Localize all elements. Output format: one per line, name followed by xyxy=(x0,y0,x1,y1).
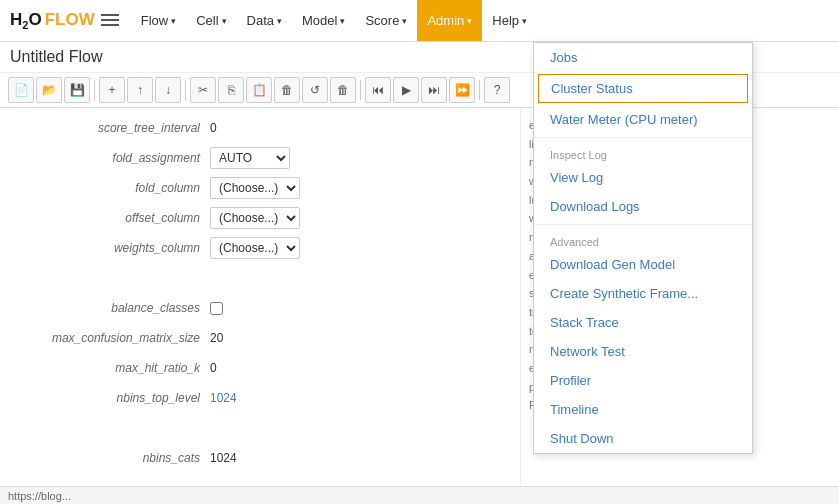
page-title: Untitled Flow xyxy=(10,48,102,65)
row-max-hit-ratio: max_hit_ratio_k 0 xyxy=(10,356,510,380)
brand-h2: H2O xyxy=(10,10,42,31)
select-fold-column[interactable]: (Choose...) xyxy=(210,177,300,199)
form-panel: score_tree_interval 0 fold_assignment AU… xyxy=(0,108,520,502)
section-advanced: Advanced xyxy=(534,228,752,250)
nav-admin-caret: ▾ xyxy=(467,16,472,26)
nav-score-caret: ▾ xyxy=(402,16,407,26)
divider1 xyxy=(534,137,752,138)
run-button[interactable]: ▶ xyxy=(393,77,419,103)
dropdown-create-synthetic-frame[interactable]: Create Synthetic Frame... xyxy=(534,279,752,308)
select-fold-assignment[interactable]: AUTO xyxy=(210,147,290,169)
select-offset-column[interactable]: (Choose...) xyxy=(210,207,300,229)
sep2 xyxy=(185,80,186,100)
nav-data-caret: ▾ xyxy=(277,16,282,26)
row-max-confusion: max_confusion_matrix_size 20 xyxy=(10,326,510,350)
nav-model[interactable]: Model ▾ xyxy=(292,0,355,41)
row-fold-column: fold_column (Choose...) xyxy=(10,176,510,200)
paste-button[interactable]: 📋 xyxy=(246,77,272,103)
open-button[interactable]: 📂 xyxy=(36,77,62,103)
label-weights-column: weights_column xyxy=(10,241,210,255)
dropdown-download-gen-model[interactable]: Download Gen Model xyxy=(534,250,752,279)
dropdown-timeline[interactable]: Timeline xyxy=(534,395,752,424)
undo-button[interactable]: ↺ xyxy=(302,77,328,103)
nav-help-caret: ▾ xyxy=(522,16,527,26)
dropdown-profiler[interactable]: Profiler xyxy=(534,366,752,395)
admin-dropdown: Jobs Cluster Status Water Meter (CPU met… xyxy=(533,42,753,454)
delete-button[interactable]: 🗑 xyxy=(274,77,300,103)
value-nbins-top-level: 1024 xyxy=(210,391,237,405)
add-button[interactable]: + xyxy=(99,77,125,103)
sep4 xyxy=(479,80,480,100)
label-fold-column: fold_column xyxy=(10,181,210,195)
label-nbins-top-level: nbins_top_level xyxy=(10,391,210,405)
nav-data[interactable]: Data ▾ xyxy=(237,0,292,41)
nav-model-caret: ▾ xyxy=(340,16,345,26)
section-inspect-log: Inspect Log xyxy=(534,141,752,163)
move-up-button[interactable]: ↑ xyxy=(127,77,153,103)
run-all-button[interactable]: ⏩ xyxy=(449,77,475,103)
row-spacer1 xyxy=(10,266,510,290)
row-fold-assignment: fold_assignment AUTO xyxy=(10,146,510,170)
value-nbins-cats: 1024 xyxy=(210,451,237,465)
brand-logo: H2O FLOW xyxy=(10,10,119,31)
label-max-confusion: max_confusion_matrix_size xyxy=(10,331,210,345)
label-balance-classes: balance_classes xyxy=(10,301,210,315)
new-cell-button[interactable]: 📄 xyxy=(8,77,34,103)
nav-help[interactable]: Help ▾ xyxy=(482,0,537,41)
sep1 xyxy=(94,80,95,100)
skip-fwd-button[interactable]: ⏭ xyxy=(421,77,447,103)
row-spacer2 xyxy=(10,416,510,440)
dropdown-download-logs[interactable]: Download Logs xyxy=(534,192,752,221)
nav-cell[interactable]: Cell ▾ xyxy=(186,0,236,41)
select-weights-column[interactable]: (Choose...) xyxy=(210,237,300,259)
row-offset-column: offset_column (Choose...) xyxy=(10,206,510,230)
nav-admin[interactable]: Admin ▾ xyxy=(417,0,482,41)
brand-lines-icon xyxy=(101,14,119,26)
url-text: https://blog... xyxy=(8,490,71,502)
nav-flow-caret: ▾ xyxy=(171,16,176,26)
label-score-tree-interval: score_tree_interval xyxy=(10,121,210,135)
brand-flow-text: FLOW xyxy=(45,10,95,30)
dropdown-stack-trace[interactable]: Stack Trace xyxy=(534,308,752,337)
move-down-button[interactable]: ↓ xyxy=(155,77,181,103)
row-nbins-cats: nbins_cats 1024 xyxy=(10,446,510,470)
nav-score[interactable]: Score ▾ xyxy=(355,0,417,41)
dropdown-jobs[interactable]: Jobs xyxy=(534,43,752,72)
label-nbins-cats: nbins_cats xyxy=(10,451,210,465)
checkbox-balance-classes[interactable] xyxy=(210,302,223,315)
clear-button[interactable]: 🗑 xyxy=(330,77,356,103)
dropdown-view-log[interactable]: View Log xyxy=(534,163,752,192)
nav-cell-caret: ▾ xyxy=(222,16,227,26)
row-weights-column: weights_column (Choose...) xyxy=(10,236,510,260)
label-fold-assignment: fold_assignment xyxy=(10,151,210,165)
dropdown-water-meter[interactable]: Water Meter (CPU meter) xyxy=(534,105,752,134)
nav-menu: Flow ▾ Cell ▾ Data ▾ Model ▾ Score ▾ Adm… xyxy=(131,0,537,41)
label-max-hit-ratio: max_hit_ratio_k xyxy=(10,361,210,375)
navbar: H2O FLOW Flow ▾ Cell ▾ Data ▾ Model ▾ Sc… xyxy=(0,0,839,42)
url-bar: https://blog... xyxy=(0,486,839,504)
dropdown-network-test[interactable]: Network Test xyxy=(534,337,752,366)
skip-back-button[interactable]: ⏮ xyxy=(365,77,391,103)
value-score-tree-interval: 0 xyxy=(210,121,217,135)
label-offset-column: offset_column xyxy=(10,211,210,225)
dropdown-shut-down[interactable]: Shut Down xyxy=(534,424,752,453)
row-score-tree-interval: score_tree_interval 0 xyxy=(10,116,510,140)
row-nbins-top-level: nbins_top_level 1024 xyxy=(10,386,510,410)
copy-button[interactable]: ⎘ xyxy=(218,77,244,103)
nav-flow[interactable]: Flow ▾ xyxy=(131,0,186,41)
dropdown-cluster-status[interactable]: Cluster Status xyxy=(538,74,748,103)
save-button[interactable]: 💾 xyxy=(64,77,90,103)
value-max-hit-ratio: 0 xyxy=(210,361,217,375)
value-max-confusion: 20 xyxy=(210,331,223,345)
cut-button[interactable]: ✂ xyxy=(190,77,216,103)
sep3 xyxy=(360,80,361,100)
divider2 xyxy=(534,224,752,225)
row-balance-classes: balance_classes xyxy=(10,296,510,320)
help-button[interactable]: ? xyxy=(484,77,510,103)
